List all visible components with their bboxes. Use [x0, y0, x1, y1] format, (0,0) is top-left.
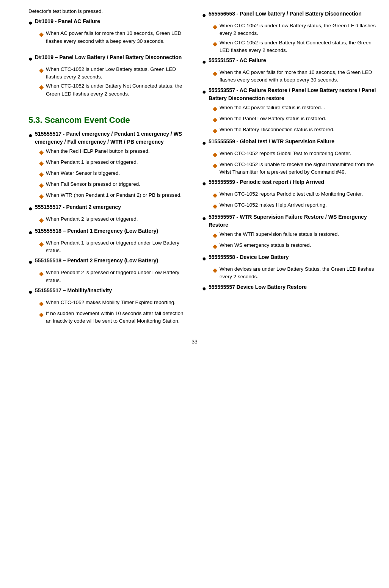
sub-item: ◆ When CTC-1052 reports Periodic test ca…	[213, 190, 381, 200]
diamond-icon: ◆	[213, 266, 217, 275]
sub-text: When Pendant 1 is pressed or triggered u…	[46, 239, 187, 255]
bullet-dot: ●	[28, 227, 33, 238]
sub-list-551555517: ◆ When CTC-1052 makes Mobility Timer Exp…	[39, 299, 187, 325]
sub-item: ◆ When Pendant 1 is pressed or triggered…	[39, 158, 187, 168]
bullet-label: 555155518 – Pendant 2 Emergency (Low Bat…	[35, 257, 158, 265]
bullet-d1019-low-battery: ● D#1019 – Panel Low Battery / Panel Bat…	[28, 53, 187, 64]
diamond-icon: ◆	[213, 126, 217, 135]
sub-text: When WS emergency status is restored.	[220, 241, 311, 249]
sub-item: ◆ When Pendant 2 is pressed or triggered…	[39, 269, 187, 284]
sub-text: When Pendant 2 is pressed or triggered.	[46, 215, 138, 223]
sub-list-555555559: ◆ When CTC-1052 reports Periodic test ca…	[213, 190, 381, 211]
bullet-d1019-ac-failure: ● D#1019 - Panel AC Failure	[28, 17, 187, 28]
sub-item: ◆ When the WTR supervision failure statu…	[213, 230, 381, 240]
right-column: ● 555556558 - Panel Low battery / Panel …	[194, 8, 389, 326]
sub-text: When CTC-1052 reports Global Test to mon…	[220, 150, 351, 157]
sub-text: When the WTR supervision failure status …	[220, 230, 339, 238]
bullet-555155517: ● 555155517 - Pendant 2 emergency	[28, 203, 187, 214]
bullet-dot: ●	[202, 10, 206, 20]
diamond-icon: ◆	[213, 39, 217, 49]
bullet-label: 555555557 Device Low Battery Restore	[209, 283, 307, 291]
bullet-535555557: ● 535555557 - WTR Supervision Failure Re…	[202, 213, 381, 229]
sub-text: When CTC-1052 makes Help Arrived reporti…	[220, 201, 327, 209]
diamond-icon: ◆	[213, 115, 217, 124]
sub-text: When Fall Sensor is pressed or triggered…	[46, 180, 140, 188]
diamond-icon: ◆	[213, 22, 217, 31]
bullet-dot: ●	[202, 138, 206, 148]
sub-item: ◆ When Pendant 2 is pressed or triggered…	[39, 215, 187, 225]
bullet-label-d1019-ac: D#1019 - Panel AC Failure	[35, 17, 100, 25]
bullet-515555518: ● 515555518 – Pendant 1 Emergency (Low B…	[28, 227, 187, 238]
sub-text: When CTC-1052 makes Mobility Timer Expir…	[46, 299, 176, 306]
sub-text: When CTC-1052 is unable to receive the s…	[220, 161, 381, 176]
diamond-icon: ◆	[213, 191, 217, 200]
bullet-dot: ●	[28, 130, 33, 141]
diamond-icon: ◆	[39, 240, 44, 249]
sub-list-d1019-lb: ◆ When CTC-1052 is under Low Battery sta…	[39, 66, 187, 98]
diamond-icon: ◆	[213, 242, 217, 251]
bullet-dot: ●	[202, 179, 206, 189]
sub-item: ◆ When CTC-1052 is unable to receive the…	[213, 161, 381, 176]
bullet-dot: ●	[202, 284, 206, 294]
sub-text: When the AC power fails for more than 10…	[220, 69, 381, 84]
sub-item: ◆ When WTR (non Pendant 1 or Pendant 2) …	[39, 191, 187, 201]
sub-list-555555558: ◆ When devices are under Low Battery Sta…	[213, 265, 381, 281]
bullet-555555558: ● 555555558 - Device Low Battery	[202, 253, 381, 264]
bullet-555551557: ● 555551557 - AC Failure	[202, 56, 381, 67]
sub-text: When the Battery Disconnection status is…	[220, 126, 334, 133]
diamond-icon: ◆	[213, 161, 217, 170]
diamond-icon: ◆	[213, 231, 217, 240]
bullet-dot-2: ●	[28, 54, 33, 64]
sub-item: ◆ When devices are under Low Battery Sta…	[213, 265, 381, 281]
sub-text: When WTR (non Pendant 1 or Pendant 2) or…	[46, 191, 182, 199]
bullet-555155518: ● 555155518 – Pendant 2 Emergency (Low B…	[28, 257, 187, 267]
sub-item: ◆ When CTC-1052 is under Low Battery sta…	[213, 22, 381, 38]
sub-text: When Water Sensor is triggered.	[46, 169, 120, 177]
bullet-551555517: ● 551555517 – Mobility/Inactivity	[28, 287, 187, 297]
bullet-dot: ●	[28, 287, 33, 297]
bullet-label: 555553557 - AC Failure Restore / Panel L…	[209, 86, 381, 102]
bullet-515555559: ● 515555559 - Global test / WTR Supervis…	[202, 138, 381, 148]
section-heading: 5.3. Scancom Event Code	[28, 114, 187, 126]
diamond-icon: ◆	[39, 216, 44, 225]
page-number: 33	[0, 338, 389, 346]
sub-text: When CTC-1052 reports Periodic test call…	[220, 190, 363, 198]
bullet-555555557: ● 555555557 Device Low Battery Restore	[202, 283, 381, 294]
sub-list-d1019-ac: ◆ When AC power fails for more than 10 s…	[39, 30, 187, 45]
left-column: Detector's test button is pressed. ● D#1…	[0, 8, 194, 326]
sub-item: ◆ When Water Sensor is triggered.	[39, 169, 187, 179]
diamond-icon: ◆	[39, 192, 44, 201]
sub-text: When CTC-1052 is under Battery Not Conne…	[220, 39, 381, 55]
sub-text: When CTC-1052 is under Battery Not Conne…	[46, 82, 187, 98]
sub-text: When Pendant 1 is pressed or triggered.	[46, 158, 138, 166]
bullet-555553557: ● 555553557 - AC Failure Restore / Panel…	[202, 86, 381, 102]
sub-list-515555518: ◆ When Pendant 1 is pressed or triggered…	[39, 239, 187, 255]
bullet-label: 555556558 - Panel Low battery / Panel Ba…	[209, 10, 362, 18]
sub-item: ◆ When CTC-1052 makes Help Arrived repor…	[213, 201, 381, 211]
bullet-label: 551555517 – Mobility/Inactivity	[35, 287, 112, 295]
diamond-icon: ◆	[39, 310, 44, 319]
bullet-label: 555555558 - Device Low Battery	[209, 253, 289, 261]
sub-item: ◆ When CTC-1052 makes Mobility Timer Exp…	[39, 299, 187, 308]
diamond-icon: ◆	[213, 150, 217, 159]
bullet-label: 555551557 - AC Failure	[209, 56, 266, 64]
sub-text: When AC power fails for more than 10 sec…	[46, 30, 187, 45]
diamond-icon: ◆	[39, 148, 44, 157]
bullet-label-d1019-lb: D#1019 – Panel Low Battery / Panel Batte…	[35, 53, 182, 61]
intro-text: Detector's test button is pressed.	[28, 8, 187, 15]
sub-list-555155517: ◆ When Pendant 2 is pressed or triggered…	[39, 215, 187, 225]
diamond-icon: ◆	[39, 299, 44, 308]
sub-list-515555517: ◆ When the Red HELP Panel button is pres…	[39, 147, 187, 201]
bullet-dot: ●	[202, 254, 206, 264]
sub-item: ◆ When the Panel Low Battery status is r…	[213, 115, 381, 124]
diamond-icon: ◆	[213, 69, 217, 78]
bullet-dot: ●	[28, 204, 33, 214]
diamond-icon: ◆	[39, 269, 44, 278]
sub-text: When the Panel Low Battery status is res…	[220, 115, 326, 122]
diamond-icon: ◆	[39, 66, 44, 75]
bullet-555555559: ● 555555559 - Periodic test report / Hel…	[202, 178, 381, 189]
diamond-icon: ◆	[39, 30, 44, 39]
sub-item: ◆ When CTC-1052 is under Low Battery sta…	[39, 66, 187, 81]
sub-list-555551557: ◆ When the AC power fails for more than …	[213, 69, 381, 84]
bullet-dot: ●	[28, 257, 33, 267]
